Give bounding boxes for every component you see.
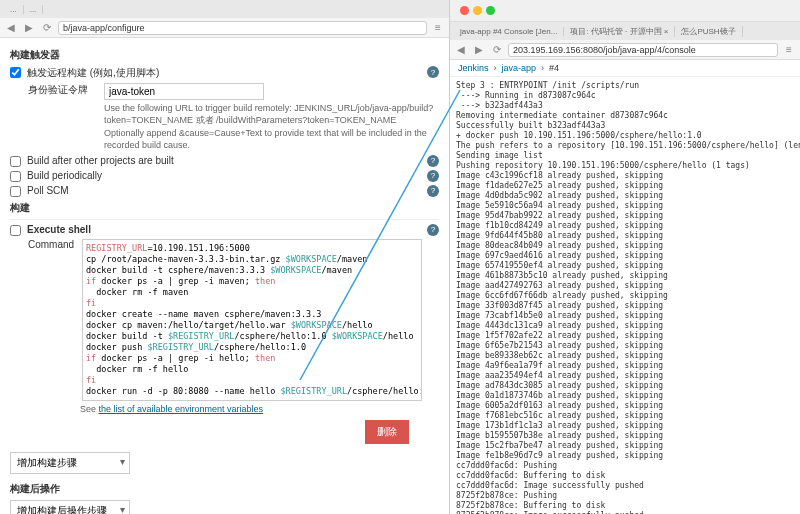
right-tabs-bar: java-app #4 Console [Jen... 项目: 代码托管 · 开… <box>450 22 800 40</box>
browser-tab[interactable]: 项目: 代码托管 · 开源中国 × <box>564 26 675 37</box>
maximize-icon[interactable] <box>486 6 495 15</box>
section-build-title: 构建 <box>10 201 439 215</box>
token-cause-help: Optionally append &cause=Cause+Text to p… <box>104 128 439 151</box>
crumb-jenkins[interactable]: Jenkins <box>458 63 489 73</box>
crumb-build-num: #4 <box>549 63 559 73</box>
section-triggers-title: 构建触发器 <box>10 48 439 62</box>
trigger-remote-checkbox[interactable] <box>10 67 21 78</box>
browser-tab[interactable]: java-app #4 Console [Jen... <box>454 27 564 36</box>
left-window: ... ... ◀ ▶ ⟳ b/java-app/configure ≡ 构建触… <box>0 0 450 514</box>
forward-icon[interactable]: ▶ <box>472 43 486 57</box>
right-titlebar <box>450 0 800 22</box>
add-build-step-dropdown[interactable]: 增加构建步骤 <box>10 452 130 474</box>
build-after-label: Build after other projects are built <box>27 155 421 166</box>
env-link-prefix: See <box>80 404 99 414</box>
help-icon[interactable]: ? <box>427 185 439 197</box>
browser-tab[interactable]: ... <box>24 5 44 14</box>
console-output: Step 3 : ENTRYPOINT /init /scripts/run -… <box>450 77 800 514</box>
help-icon[interactable]: ? <box>427 155 439 167</box>
browser-tab[interactable]: ... <box>4 5 24 14</box>
command-textarea[interactable]: REGISTRY_URL=10.190.151.196:5000 cp /roo… <box>82 239 422 402</box>
forward-icon[interactable]: ▶ <box>22 21 36 35</box>
auth-token-label: 身份验证令牌 <box>28 83 98 97</box>
help-icon[interactable]: ? <box>427 66 439 78</box>
help-icon[interactable]: ? <box>427 224 439 236</box>
help-icon[interactable]: ? <box>427 170 439 182</box>
breadcrumb: Jenkins › java-app › #4 <box>450 60 800 77</box>
env-vars-link[interactable]: the list of available environment variab… <box>99 404 264 414</box>
auth-token-input[interactable] <box>104 83 264 100</box>
reload-icon[interactable]: ⟳ <box>40 21 54 35</box>
left-address-bar: ◀ ▶ ⟳ b/java-app/configure ≡ <box>0 18 449 38</box>
window-controls[interactable] <box>454 6 501 15</box>
reload-icon[interactable]: ⟳ <box>490 43 504 57</box>
build-periodically-checkbox[interactable] <box>10 171 21 182</box>
command-label: Command <box>28 239 76 250</box>
post-build-title: 构建后操作 <box>10 482 439 496</box>
delete-button[interactable]: 删除 <box>365 420 409 444</box>
close-icon[interactable] <box>460 6 469 15</box>
minimize-icon[interactable] <box>473 6 482 15</box>
url-input[interactable]: b/java-app/configure <box>58 21 427 35</box>
execute-shell-label: Execute shell <box>27 224 421 235</box>
token-url-help: Use the following URL to trigger build r… <box>104 103 439 126</box>
execute-shell-checkbox[interactable] <box>10 225 21 236</box>
menu-icon[interactable]: ≡ <box>782 43 796 57</box>
crumb-job[interactable]: java-app <box>502 63 537 73</box>
right-address-bar: ◀ ▶ ⟳ 203.195.169.156:8080/job/java-app/… <box>450 40 800 60</box>
trigger-remote-label: 触发远程构建 (例如,使用脚本) <box>27 66 421 80</box>
build-after-checkbox[interactable] <box>10 156 21 167</box>
menu-icon[interactable]: ≡ <box>431 21 445 35</box>
poll-scm-label: Poll SCM <box>27 185 421 196</box>
left-tabs-bar: ... ... <box>0 0 449 18</box>
poll-scm-checkbox[interactable] <box>10 186 21 197</box>
back-icon[interactable]: ◀ <box>454 43 468 57</box>
add-post-build-dropdown[interactable]: 增加构建后操作步骤 <box>10 500 130 514</box>
url-input[interactable]: 203.195.169.156:8080/job/java-app/4/cons… <box>508 43 778 57</box>
back-icon[interactable]: ◀ <box>4 21 18 35</box>
browser-tab[interactable]: 怎么PUSH镜子 <box>675 26 742 37</box>
right-window: java-app #4 Console [Jen... 项目: 代码托管 · 开… <box>450 0 800 514</box>
build-periodically-label: Build periodically <box>27 170 421 181</box>
jenkins-configure-page: 构建触发器 触发远程构建 (例如,使用脚本) ? 身份验证令牌 Use the … <box>0 38 449 514</box>
